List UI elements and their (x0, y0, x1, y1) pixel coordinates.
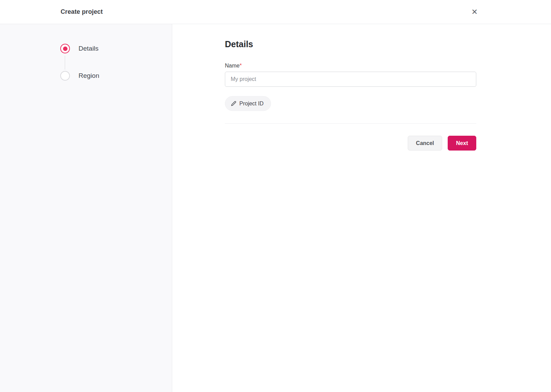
pencil-icon (231, 101, 236, 106)
cancel-button[interactable]: Cancel (408, 136, 442, 151)
required-asterisk: * (240, 63, 242, 69)
step-details-label: Details (79, 44, 98, 53)
step-details-radio[interactable] (60, 44, 70, 53)
step-region-label: Region (79, 71, 99, 81)
action-bar: Cancel Next (225, 136, 476, 151)
active-step-dot-icon (63, 47, 67, 51)
next-button[interactable]: Next (448, 136, 476, 151)
project-id-button[interactable]: Project ID (225, 96, 271, 111)
stepper-sidebar: Details Region (0, 24, 172, 392)
name-field-label: Name* (225, 63, 242, 69)
modal-header: Create project ✕ (0, 0, 551, 24)
project-name-input[interactable] (225, 72, 476, 87)
page-title: Create project (61, 8, 103, 16)
name-label-text: Name (225, 63, 240, 69)
close-icon[interactable]: ✕ (469, 7, 480, 18)
step-connector-line (65, 56, 65, 70)
section-heading: Details (225, 39, 253, 49)
step-region-radio[interactable] (60, 71, 70, 81)
project-id-button-label: Project ID (239, 101, 263, 107)
content-divider (225, 123, 476, 124)
